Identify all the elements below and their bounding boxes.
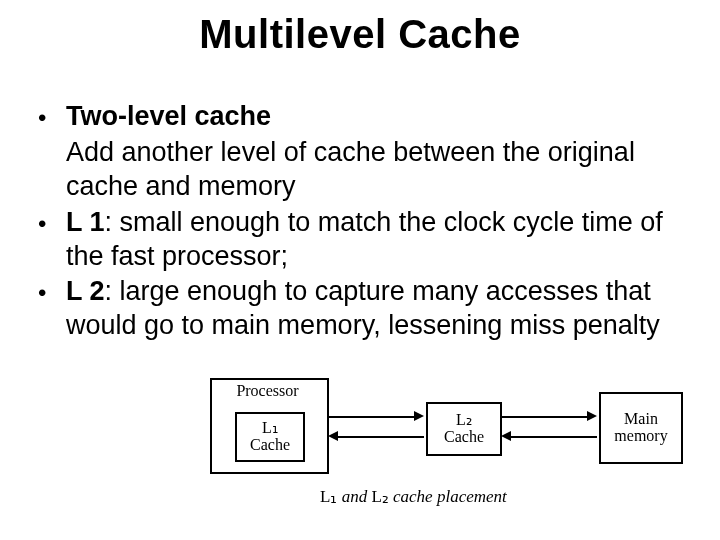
bullet-3-text: L 2: large enough to capture many access… <box>66 275 678 343</box>
bullet-3-rest: : large enough to capture many accesses … <box>66 276 660 340</box>
mem-bot: memory <box>614 428 667 445</box>
l1-top: L₁ <box>262 420 278 437</box>
processor-label: Processor <box>210 382 325 400</box>
bullet-1-head: Two-level cache <box>66 101 271 131</box>
bullet-2-rest: : small enough to match the clock cycle … <box>66 207 663 271</box>
l2-bot: Cache <box>444 429 484 446</box>
slide: Multilevel Cache • Two-level cache Add a… <box>0 0 720 540</box>
arrow-head-mem-l2 <box>501 431 511 441</box>
cache-diagram: Processor L₁ Cache L₂ Cache Main memory … <box>170 378 690 528</box>
l2-cache-box: L₂ Cache <box>426 402 502 456</box>
arrow-head-proc-l2 <box>414 411 424 421</box>
bullet-1-sub: Add another level of cache between the o… <box>66 136 678 204</box>
bullet-dot: • <box>38 275 66 343</box>
bullet-1: • Two-level cache <box>38 100 678 134</box>
bullet-3: • L 2: large enough to capture many acce… <box>38 275 678 343</box>
mem-top: Main <box>624 411 658 428</box>
l2-top: L₂ <box>456 412 472 429</box>
bullet-dot: • <box>38 100 66 134</box>
main-memory-box: Main memory <box>599 392 683 464</box>
arrow-head-l2-proc <box>328 431 338 441</box>
arrow-mem-l2-bot <box>509 436 597 438</box>
arrow-l2-mem-top <box>501 416 589 418</box>
caption-l2: L₂ <box>371 487 388 506</box>
arrow-l2-proc-bot <box>336 436 424 438</box>
bullet-2: • L 1: small enough to match the clock c… <box>38 206 678 274</box>
caption-and: and <box>337 487 371 506</box>
arrow-head-l2-mem <box>587 411 597 421</box>
caption-rest: cache placement <box>389 487 507 506</box>
diagram-caption: L₁ and L₂ cache placement <box>320 486 507 507</box>
l1-bot: Cache <box>250 437 290 454</box>
bullet-1-text: Two-level cache <box>66 100 678 134</box>
bullet-3-head: L 2 <box>66 276 105 306</box>
slide-title: Multilevel Cache <box>0 12 720 57</box>
l1-cache-box: L₁ Cache <box>235 412 305 462</box>
bullet-dot: • <box>38 206 66 274</box>
arrow-proc-l2-top <box>328 416 416 418</box>
bullet-2-head: L 1 <box>66 207 105 237</box>
slide-body: • Two-level cache Add another level of c… <box>38 100 678 345</box>
caption-l1: L₁ <box>320 487 337 506</box>
bullet-2-text: L 1: small enough to match the clock cyc… <box>66 206 678 274</box>
